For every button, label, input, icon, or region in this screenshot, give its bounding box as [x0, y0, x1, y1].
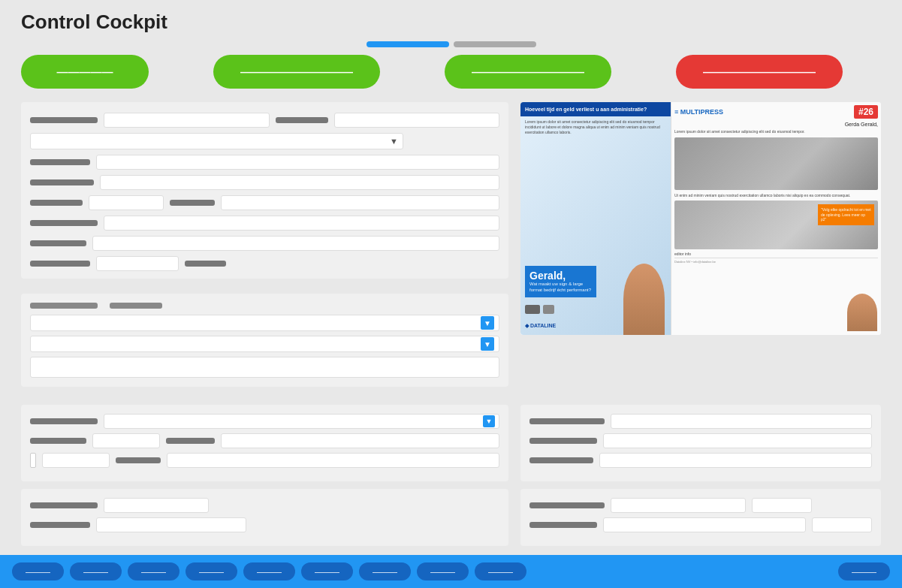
br-input-1[interactable] [611, 414, 872, 429]
input-field-6[interactable] [221, 195, 499, 210]
footer-btn-7[interactable]: ——— [359, 562, 411, 580]
chevron-down-icon[interactable]: ▼ [481, 316, 494, 330]
field-label-5 [30, 200, 83, 206]
bl-input-4[interactable] [167, 453, 499, 468]
input-field-7[interactable] [104, 216, 499, 231]
br2-input-2[interactable] [752, 498, 812, 513]
input-field-1[interactable] [104, 113, 270, 128]
br2-label-2 [529, 522, 597, 528]
progress-bar-container [0, 41, 902, 47]
input-field-5[interactable] [89, 195, 164, 210]
footer-btn-8[interactable]: ——— [417, 562, 469, 580]
field-label-4 [30, 179, 94, 185]
action-buttons-row: ————— —————————— —————————— —————————— [0, 55, 864, 89]
magazine-person-box: Gerald, Wat maakt uw sign & large format… [525, 266, 596, 297]
field-label-1 [30, 117, 98, 123]
magazine-greeting: Gerda Gerald, [845, 122, 878, 127]
action-button-3[interactable]: —————————— [445, 55, 611, 89]
br2-input-4[interactable] [812, 517, 872, 532]
bl2-input-1[interactable] [104, 498, 209, 513]
action-button-1[interactable]: ————— [21, 55, 149, 89]
magazine-logo: ≡ MULTIPRESS [674, 108, 723, 116]
bl-label-3 [166, 438, 215, 444]
dataline-logo: ◆ DATALINE [525, 323, 556, 329]
input-field-8[interactable] [92, 236, 499, 251]
page-title: Control Cockpit [0, 0, 902, 41]
action-button-4[interactable]: —————————— [676, 55, 843, 89]
bl-checkbox[interactable] [30, 453, 36, 468]
bottom-left-section-1: ▼ [21, 405, 508, 481]
field-label-7 [30, 220, 98, 226]
magazine-person-sub: Wat maakt uw sign & large format bedrijf… [529, 282, 592, 294]
bottom-left: ▼ [21, 405, 508, 553]
input-field-4[interactable] [100, 175, 499, 190]
input-field-9[interactable] [96, 256, 179, 271]
magazine-bottom-img: "Volg elke opdracht tot en met de oplevi… [674, 201, 878, 249]
magazine-text-1: Lorem ipsum dolor sit amet consectetur a… [674, 129, 878, 134]
form-section-1: ▼ [21, 102, 508, 279]
footer-btn-right[interactable]: ——— [838, 562, 890, 580]
dropdown-2[interactable]: ▼ [30, 336, 499, 352]
magazine-machine-img [674, 137, 878, 190]
br-label-2 [529, 438, 597, 444]
progress-bar-active [367, 41, 449, 47]
magazine-text-2: Ut enim ad minim veniam quis nostrud exe… [674, 193, 878, 198]
magazine-bottom-person [847, 294, 877, 331]
footer-btn-1[interactable]: ——— [12, 562, 64, 580]
progress-bar-inactive [454, 41, 536, 47]
select-field-1[interactable]: ▼ [30, 133, 403, 149]
right-panel: Hoeveel tijd en geld verliest u aan admi… [520, 102, 881, 396]
bl-input-1[interactable] [92, 433, 160, 448]
textarea-field[interactable] [30, 357, 499, 378]
magazine-issue: #26 [854, 105, 878, 119]
bl-label-2 [30, 438, 86, 444]
magazine-orange-box: "Volg elke opdracht tot en met de oplevi… [818, 204, 874, 225]
magazine-person-name: Gerald, [529, 270, 592, 282]
magazine-person-photo [623, 264, 665, 335]
dropdown-1[interactable]: ▼ [30, 315, 499, 331]
bl-label-1 [30, 418, 98, 424]
br-input-2[interactable] [603, 433, 872, 448]
magazine-footer-text: editor info [674, 252, 878, 256]
magazine-header: Hoeveel tijd en geld verliest u aan admi… [520, 102, 671, 116]
magazine-left-page: Hoeveel tijd en geld verliest u aan admi… [520, 102, 671, 335]
br-label-1 [529, 418, 605, 424]
br2-input-3[interactable] [603, 517, 806, 532]
bl-dropdown-1[interactable]: ▼ [104, 414, 499, 429]
dropdown-section: ▼ ▼ [21, 294, 508, 387]
footer-btn-2[interactable]: ——— [70, 562, 122, 580]
dropdown-label-1 [30, 303, 98, 309]
footer-btn-9[interactable]: ——— [475, 562, 526, 580]
footer-btn-4[interactable]: ——— [186, 562, 237, 580]
bottom-right-section-1 [520, 405, 881, 481]
footer-btn-3[interactable]: ——— [128, 562, 179, 580]
magazine-address: Dataline NV • info@dataline.be [674, 260, 878, 264]
bl-input-2[interactable] [221, 433, 499, 448]
bl-input-3[interactable] [42, 453, 110, 468]
footer-bar: ——— ——— ——— ——— ——— ——— ——— ——— ——— ——— [0, 555, 902, 588]
field-label-9 [30, 261, 90, 267]
magazine-logos [525, 305, 554, 314]
bottom-right [520, 405, 881, 553]
br-input-3[interactable] [599, 453, 872, 468]
chevron-down-icon[interactable]: ▼ [481, 337, 494, 351]
magazine-right-page: ≡ MULTIPRESS #26 Gerda Gerald, Lorem ips… [671, 102, 881, 335]
footer-btn-5[interactable]: ——— [243, 562, 295, 580]
br2-input-1[interactable] [611, 498, 746, 513]
action-button-2[interactable]: —————————— [213, 55, 380, 89]
field-label-6 [170, 200, 215, 206]
bottom-sections: ▼ [0, 405, 902, 553]
field-label-3 [30, 159, 90, 165]
dropdown-label-2 [110, 303, 162, 309]
bottom-left-section-2 [21, 489, 508, 546]
br2-label-1 [529, 502, 605, 508]
main-content: ▼ [0, 102, 902, 396]
br-label-3 [529, 457, 593, 463]
bl2-input-2[interactable] [96, 517, 246, 532]
input-field-3[interactable] [96, 155, 499, 170]
chevron-down-icon[interactable]: ▼ [483, 415, 495, 427]
footer-btn-6[interactable]: ——— [301, 562, 353, 580]
magazine-preview: Hoeveel tijd en geld verliest u aan admi… [520, 102, 881, 335]
input-field-2[interactable] [334, 113, 500, 128]
chevron-down-icon: ▼ [390, 137, 398, 146]
